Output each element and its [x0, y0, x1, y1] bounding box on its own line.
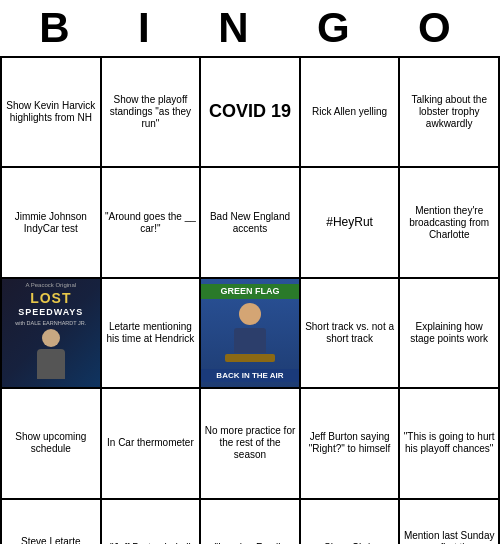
cell-r4c3[interactable]: Show Chris Gabehart on pitbox	[301, 500, 401, 545]
cell-r0c4[interactable]: Talking about the lobster trophy awkward…	[400, 58, 500, 168]
cell-r1c3[interactable]: #HeyRut	[301, 168, 401, 278]
cell-r1c0[interactable]: Jimmie Johnson IndyCar test	[2, 168, 102, 278]
cell-r2c2[interactable]: GREEN FLAG BACK IN THE AIR	[201, 279, 301, 389]
cell-r3c1[interactable]: In Car thermometer	[102, 389, 202, 499]
back-in-air-banner: BACK IN THE AIR	[201, 369, 299, 383]
cell-r3c3[interactable]: Jeff Burton saying "Right?" to himself	[301, 389, 401, 499]
cell-r1c2[interactable]: Bad New England accents	[201, 168, 301, 278]
cell-r0c3[interactable]: Rick Allen yelling	[301, 58, 401, 168]
bingo-card: B I N G O Show Kevin Harvick highlights …	[0, 0, 500, 544]
letter-i: I	[138, 4, 160, 52]
cell-r2c1[interactable]: Letarte mentioning his time at Hendrick	[102, 279, 202, 389]
bingo-grid: Show Kevin Harvick highlights from NH Sh…	[0, 56, 500, 544]
letter-n: N	[218, 4, 258, 52]
anchor-head	[239, 303, 261, 325]
cell-r0c2[interactable]: COVID 19	[201, 58, 301, 168]
cell-r1c4[interactable]: Mention they're broadcasting from Charlo…	[400, 168, 500, 278]
cell-r4c4[interactable]: Mention last Sunday was first time witho…	[400, 500, 500, 545]
cell-r0c0[interactable]: Show Kevin Harvick highlights from NH	[2, 58, 102, 168]
person-figure	[33, 329, 68, 384]
cell-r4c0[interactable]: Steve Letarte overanalyzing a situation	[2, 500, 102, 545]
cell-r1c1[interactable]: "Around goes the __ car!"	[102, 168, 202, 278]
anchor-desk	[225, 354, 275, 362]
cell-r4c1[interactable]: "Jeff Burton led all 300 laps once"	[102, 500, 202, 545]
cell-r3c4[interactable]: "This is going to hurt his playoff chanc…	[400, 389, 500, 499]
lost-speedways-image: A Peacock Original LOST SPEEDWAYS with D…	[2, 279, 100, 387]
green-flag-banner: GREEN FLAG	[201, 284, 299, 299]
cell-r2c4[interactable]: Explaining how stage points work	[400, 279, 500, 389]
letter-b: B	[39, 4, 79, 52]
anchor-body	[234, 328, 266, 353]
anchor-image: GREEN FLAG BACK IN THE AIR	[201, 279, 299, 387]
cell-r3c2[interactable]: No more practice for the rest of the sea…	[201, 389, 301, 499]
letter-o: O	[418, 4, 461, 52]
letter-g: G	[317, 4, 360, 52]
cell-r2c3[interactable]: Short track vs. not a short track	[301, 279, 401, 389]
cell-r0c1[interactable]: Show the playoff standings "as they run"	[102, 58, 202, 168]
cell-r3c0[interactable]: Show upcoming schedule	[2, 389, 102, 499]
cell-r2c0[interactable]: A Peacock Original LOST SPEEDWAYS with D…	[2, 279, 102, 389]
bingo-title: B I N G O	[0, 0, 500, 56]
cell-r4c2[interactable]: "Leavine Family Racing"	[201, 500, 301, 545]
